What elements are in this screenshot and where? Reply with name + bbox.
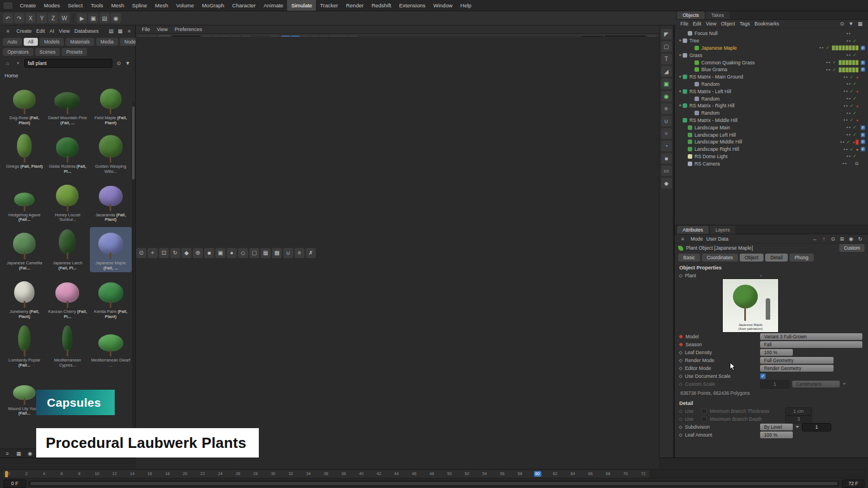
frame-number[interactable]: 56 xyxy=(498,471,506,477)
object-label[interactable]: Tree xyxy=(689,38,699,43)
magnet-icon[interactable]: ∪ xyxy=(661,116,672,127)
enable-check-icon[interactable]: ✓ xyxy=(850,89,854,94)
asset-item[interactable]: Hedgehog Agave (Fall... xyxy=(3,179,45,224)
model-mode-icon[interactable]: ■ xyxy=(204,248,214,258)
frame-number[interactable]: 66 xyxy=(587,471,594,477)
asset-item[interactable]: Jacaranda (Fall, Plant) xyxy=(90,179,132,224)
display-tag-icon[interactable] xyxy=(861,162,865,166)
range-slider[interactable] xyxy=(29,481,839,486)
up-icon[interactable]: ↑ xyxy=(820,235,828,243)
editor-mode-select[interactable]: Render Geometry xyxy=(760,365,834,372)
frame-number[interactable]: 26 xyxy=(234,471,241,477)
workplane-icon[interactable]: ▦ xyxy=(261,248,271,258)
frame-number[interactable]: 70 xyxy=(622,471,630,477)
objects-menu-item[interactable]: File xyxy=(678,21,691,27)
object-label[interactable]: Focus Null xyxy=(695,30,718,36)
sort-icon[interactable]: ▤ xyxy=(107,27,115,35)
list-view-icon[interactable]: ≡ xyxy=(3,450,11,457)
render-mode-select[interactable]: Full Geometry xyxy=(760,357,834,364)
range-end-field[interactable]: 72 F xyxy=(842,480,865,488)
object-row[interactable]: Landscape Left Hill ✓ F xyxy=(675,131,868,138)
object-row[interactable]: Landscape Right Hill ✓ ● F xyxy=(675,146,868,153)
enable-check-icon[interactable]: ✓ xyxy=(850,103,854,108)
object-label[interactable]: Japanese Maple xyxy=(701,45,737,51)
display-tag-icon[interactable] xyxy=(861,53,865,58)
info-icon[interactable]: ◉ xyxy=(26,450,34,457)
attribute-tab-button[interactable]: Phong xyxy=(789,254,814,262)
frame-number[interactable]: 20 xyxy=(181,471,189,477)
live-selection-icon[interactable]: ⊙ xyxy=(136,248,146,258)
visibility-dots[interactable] xyxy=(846,134,851,136)
display-tag-icon[interactable] xyxy=(861,118,865,123)
cube-tool-icon[interactable]: ■ xyxy=(661,153,672,164)
texture-mode-icon[interactable]: ▩ xyxy=(272,248,282,258)
frame-number[interactable]: 34 xyxy=(305,471,312,477)
frame-number[interactable]: 6 xyxy=(58,471,66,477)
screen-icon[interactable]: ▭ xyxy=(661,165,672,176)
plant-preview[interactable]: Japanese Maple (Acer palmatum) xyxy=(722,278,779,333)
expand-toggle-icon[interactable]: ▾ xyxy=(678,38,683,43)
asset-scrollbar[interactable] xyxy=(132,102,134,445)
visibility-dots[interactable] xyxy=(846,33,851,34)
cursor-tool-icon[interactable]: ◤ xyxy=(661,29,672,40)
menu-item[interactable]: Tracker xyxy=(316,0,342,11)
objects-panel-tab[interactable]: Objects xyxy=(677,11,705,19)
expand-toggle-icon[interactable]: ▾ xyxy=(678,89,683,94)
menu-item[interactable]: Character xyxy=(228,0,260,11)
menu-item[interactable]: Tools xyxy=(86,0,107,11)
display-tag-icon[interactable] xyxy=(861,111,865,115)
visibility-dots[interactable] xyxy=(819,47,824,49)
render-settings-icon[interactable]: ◉ xyxy=(111,13,121,23)
asset-item[interactable]: Japanese Camellia (Fal... xyxy=(3,227,45,272)
menu-item[interactable]: Create xyxy=(16,0,40,11)
object-row[interactable]: ▾ RS Matrix - Left Hill ✓ ● xyxy=(675,88,868,95)
frame-number[interactable]: 18 xyxy=(164,471,171,477)
display-tag-icon[interactable]: F xyxy=(861,133,865,137)
tag-icons[interactable]: ⊡ xyxy=(855,162,859,166)
display-tag-icon[interactable]: F xyxy=(861,60,865,65)
filter-pill[interactable]: Presets xyxy=(62,48,87,56)
frame-number[interactable]: 16 xyxy=(146,471,154,477)
panel-menu-icon[interactable]: ▦ xyxy=(856,20,864,28)
object-label[interactable]: Landscape Right Hill xyxy=(695,146,739,152)
menu-item[interactable]: Window xyxy=(429,0,457,11)
asset-item[interactable]: Ginkgo (Fall, Plant) xyxy=(3,130,45,176)
display-tag-icon[interactable] xyxy=(861,82,865,86)
object-row[interactable]: Random ✓ xyxy=(675,81,868,88)
scene-nodes-gear-icon[interactable]: ◉ xyxy=(661,91,672,102)
object-label[interactable]: RS Camera xyxy=(695,161,720,167)
subdivision-mode-select[interactable]: By Level xyxy=(760,424,793,430)
back-icon[interactable]: ← xyxy=(811,235,819,243)
custom-button[interactable]: Custom xyxy=(839,244,865,252)
render-view-menu-item[interactable]: File xyxy=(139,27,153,32)
menu-item[interactable]: Extensions xyxy=(395,0,429,11)
menu-item[interactable]: Render xyxy=(342,0,367,11)
display-tag-icon[interactable] xyxy=(861,154,865,159)
quantize-icon[interactable]: ≡ xyxy=(294,248,305,258)
visibility-dots[interactable] xyxy=(843,76,848,78)
display-tag-icon[interactable]: F xyxy=(861,67,865,72)
asset-item[interactable]: Kanzan Cherry (Fall, Pl... xyxy=(46,276,88,321)
frame-number[interactable]: 72 xyxy=(640,471,647,477)
render-view-icon[interactable]: ▶ xyxy=(77,13,87,23)
asset-browser-tab[interactable]: View xyxy=(59,28,70,34)
custom-scale-field[interactable]: 1 xyxy=(760,380,789,389)
frame-number[interactable]: 54 xyxy=(481,471,488,477)
attr-menu-icon[interactable]: ≡ xyxy=(679,235,687,243)
asset-browser-tab[interactable]: AI xyxy=(50,28,55,34)
visibility-dots[interactable] xyxy=(826,62,831,63)
frame-number[interactable]: 36 xyxy=(322,471,329,477)
season-select[interactable]: Fall xyxy=(760,341,862,348)
model-select[interactable]: Variant 3 Full-Grown xyxy=(760,333,862,340)
lock-z-button[interactable]: Z xyxy=(48,13,58,23)
lock-y-button[interactable]: Y xyxy=(37,13,47,23)
display-tag-icon[interactable] xyxy=(861,103,865,108)
asset-item[interactable]: Japanese Larch (Fall, Pl... xyxy=(46,227,88,272)
menu-item[interactable]: Modes xyxy=(40,0,64,11)
filter-pill[interactable]: Materials xyxy=(66,38,94,46)
render-view-menu-item[interactable]: Preferences xyxy=(172,27,205,32)
asset-item[interactable]: Dog-Rose (Fall, Plant) xyxy=(3,82,45,127)
display-tag-icon[interactable] xyxy=(861,89,865,94)
display-tag-icon[interactable] xyxy=(861,31,865,36)
attributes-panel-tab[interactable]: Layers xyxy=(710,226,736,234)
